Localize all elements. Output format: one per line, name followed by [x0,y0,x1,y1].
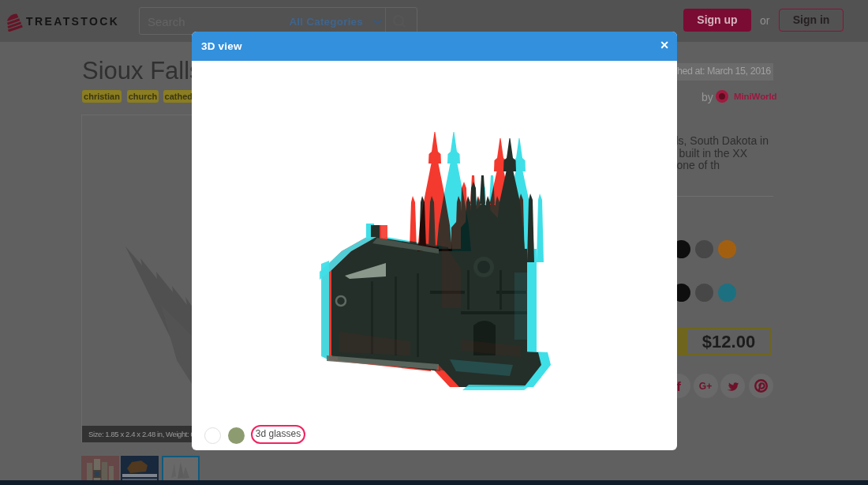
svg-text:G+: G+ [699,381,712,392]
svg-text:f: f [676,379,681,394]
